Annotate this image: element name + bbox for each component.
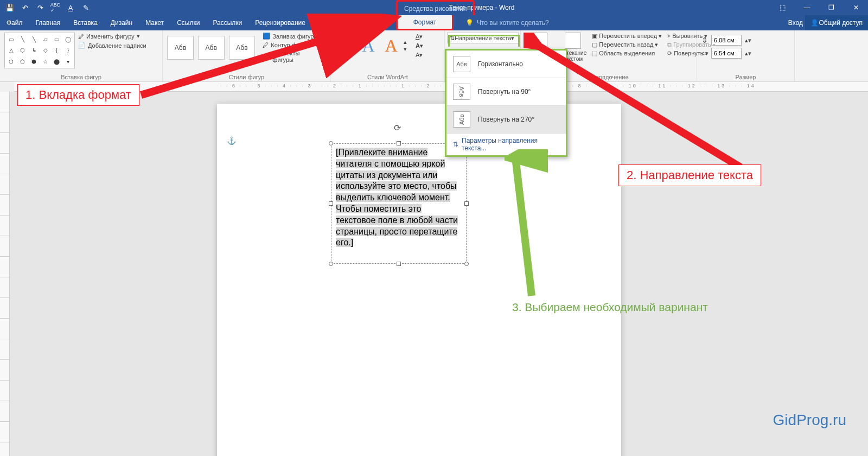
bring-forward-button[interactable]: ▣ Переместить вперед ▾ xyxy=(592,33,662,40)
group-size-label: Размер xyxy=(701,73,790,80)
redo-icon[interactable]: ↷ xyxy=(34,1,47,14)
tab-mailings[interactable]: Рассылки xyxy=(206,15,248,30)
dropdown-more-label: Параметры направления текста... xyxy=(462,137,559,152)
resize-handle[interactable] xyxy=(397,262,401,266)
shape-fill-button[interactable]: 🟦 Заливка фигуры xyxy=(263,33,326,40)
edit-shape-label: Изменить фигуру xyxy=(86,33,135,40)
add-text-button[interactable]: 📄 Добавление надписи xyxy=(78,42,146,49)
annotation-2: 2. Направление текста xyxy=(618,164,761,186)
window-title: Текст примера - Word xyxy=(95,4,868,11)
resize-handle[interactable] xyxy=(464,262,469,266)
width-stepper[interactable]: ▴▾ xyxy=(745,50,751,57)
width-input[interactable] xyxy=(711,48,742,59)
anchor-icon[interactable]: ⚓ xyxy=(227,136,236,145)
rotate-button[interactable]: ⟳ Повернуть ▾ xyxy=(667,50,716,57)
resize-handle[interactable] xyxy=(464,201,469,206)
group-styles-label: Стили фигур xyxy=(167,73,326,80)
spell-icon[interactable]: ABC✓ xyxy=(49,1,62,14)
shape-fill-label: Заливка фигуры xyxy=(272,33,318,40)
rotate270-icon: Абв xyxy=(453,111,470,128)
style-thumb-1[interactable]: Абв xyxy=(167,36,194,60)
tab-references[interactable]: Ссылки xyxy=(170,15,206,30)
wordart-style-3[interactable]: A xyxy=(381,33,401,59)
tell-me-label: Что вы хотите сделать? xyxy=(477,19,549,27)
height-input[interactable] xyxy=(711,35,742,46)
dropdown-header-highlight xyxy=(448,35,520,47)
rotate90-icon: Абв xyxy=(453,84,470,100)
send-backward-button[interactable]: ▢ Переместить назад ▾ xyxy=(592,41,662,48)
shape-effects-button[interactable]: ✨ Эффекты фигуры ▾ xyxy=(263,50,326,63)
resize-handle[interactable] xyxy=(329,262,333,266)
dropdown-more-options[interactable]: ⇅ Параметры направления текста... xyxy=(446,133,566,155)
resize-handle[interactable] xyxy=(397,141,401,145)
undo-icon[interactable]: ↶ xyxy=(18,1,31,14)
dropdown-horizontal-label: Горизонтально xyxy=(478,60,523,68)
paint-icon[interactable]: ✎ xyxy=(79,1,92,14)
tab-insert[interactable]: Вставка xyxy=(67,15,104,30)
position-icon xyxy=(531,33,547,49)
dropdown-item-rotate90[interactable]: Абв Повернуть на 90° xyxy=(446,78,566,105)
close-icon[interactable]: ✕ xyxy=(844,0,868,15)
minimize-icon[interactable]: — xyxy=(795,0,819,15)
share-button[interactable]: 👤 Общий доступ xyxy=(805,15,868,30)
align-label: Выровнять xyxy=(672,33,703,39)
wordart-style-1[interactable]: A xyxy=(335,33,356,59)
dropdown-rotate90-label: Повернуть на 90° xyxy=(478,88,531,96)
annotation-1: 1. Вкладка формат xyxy=(17,84,139,106)
tab-format[interactable]: Формат xyxy=(396,15,454,30)
contextual-tab-label: Средства рисования xyxy=(396,0,475,15)
selection-pane-button[interactable]: ⬚ Область выделения xyxy=(592,50,662,57)
save-icon[interactable]: 💾 xyxy=(3,1,16,14)
selection-pane-label: Область выделения xyxy=(599,50,655,56)
watermark: GidProg.ru xyxy=(773,411,846,429)
send-backward-label: Переместить назад xyxy=(599,41,653,48)
bring-forward-label: Переместить вперед xyxy=(599,33,657,39)
text-outline-icon[interactable]: A▾ xyxy=(416,42,423,49)
login-link[interactable]: Вход xyxy=(788,15,803,30)
shape-outline-label: Контур фигуры xyxy=(271,42,312,48)
tab-file[interactable]: Файл xyxy=(0,15,29,30)
ruler-horizontal[interactable] xyxy=(14,82,868,92)
ribbon-options-icon[interactable]: ⬚ xyxy=(770,0,795,15)
tab-design[interactable]: Дизайн xyxy=(104,15,139,30)
wrap-icon xyxy=(565,33,581,49)
dropdown-rotate270-label: Повернуть на 270° xyxy=(478,116,534,123)
shape-gallery[interactable]: ▭╲╲▱▭◯ △⬡↳◇{} ⬡⬠⬢☆⬤▾ xyxy=(4,33,75,68)
share-label: Общий доступ xyxy=(819,19,863,27)
group-shapes-label: Вставка фигур xyxy=(4,73,158,80)
edit-shape-button[interactable]: 🖉 Изменить фигуру ▾ xyxy=(78,33,146,40)
text-effects-icon[interactable]: A▾ xyxy=(416,52,423,59)
shape-effects-label: Эффекты фигуры xyxy=(272,50,321,63)
group-wordart-label: Стили WordArt xyxy=(335,73,440,80)
share-icon: 👤 xyxy=(810,19,819,27)
dropdown-item-horizontal[interactable]: Абв Горизонтально xyxy=(446,50,566,78)
tell-me[interactable]: 💡Что вы хотите сделать? xyxy=(465,15,549,30)
font-color-icon[interactable]: A xyxy=(64,1,77,14)
bulb-icon: 💡 xyxy=(465,19,474,27)
rotate-handle-icon[interactable]: ⟳ xyxy=(394,123,401,133)
align-button[interactable]: ⊧ Выровнять ▾ xyxy=(667,33,716,40)
ruler-vertical[interactable] xyxy=(0,92,10,456)
tab-home[interactable]: Главная xyxy=(29,15,67,30)
annotation-3: 3. Выбираем необходимый варинант xyxy=(505,297,716,317)
text-direction-dropdown: Абв Горизонтально Абв Повернуть на 90° А… xyxy=(445,49,567,157)
tab-review[interactable]: Рецензирование xyxy=(248,15,312,30)
add-text-label: Добавление надписи xyxy=(88,42,146,49)
textbox-content[interactable]: [Привлеките внимание читателя с помощью … xyxy=(331,144,466,252)
group-button[interactable]: ⧉ Группировать ▾ xyxy=(667,41,716,48)
tab-view[interactable]: Вид xyxy=(312,15,337,30)
wordart-style-2[interactable]: A xyxy=(358,33,379,59)
tab-layout[interactable]: Макет xyxy=(139,15,170,30)
maximize-icon[interactable]: ❐ xyxy=(819,0,844,15)
text-fill-icon[interactable]: A▾ xyxy=(416,33,423,40)
style-thumb-3[interactable]: Абв xyxy=(229,36,256,60)
textbox[interactable]: [Привлеките внимание читателя с помощью … xyxy=(331,143,467,264)
group-objects-label: Группировать xyxy=(673,41,711,48)
resize-handle[interactable] xyxy=(329,201,333,206)
wordart-more-icon[interactable]: ▴▾ xyxy=(404,39,411,53)
height-stepper[interactable]: ▴▾ xyxy=(745,37,751,44)
style-thumb-2[interactable]: Абв xyxy=(198,36,225,60)
resize-handle[interactable] xyxy=(329,141,333,145)
shape-outline-button[interactable]: 🖊 Контур фигуры ▾ xyxy=(263,41,326,48)
dropdown-item-rotate270[interactable]: Абв Повернуть на 270° xyxy=(446,105,566,133)
